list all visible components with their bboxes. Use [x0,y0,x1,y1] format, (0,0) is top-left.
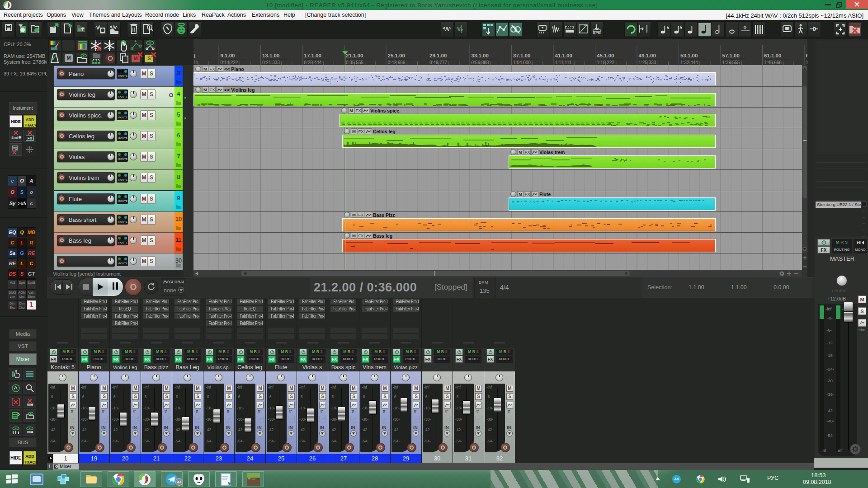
svg-text:): ) [193,53,195,58]
svg-text:25.1.00: 25.1.00 [388,53,405,58]
svg-text:57.1.00: 57.1.00 [722,53,740,58]
svg-text:61.1.00: 61.1.00 [764,53,781,58]
svg-text:45.1.00: 45.1.00 [597,53,614,58]
svg-text:33.1.00: 33.1.00 [472,53,489,58]
svg-text:13.1.00: 13.1.00 [262,53,279,58]
svg-text:11,: 11, [193,60,199,65]
svg-text:17.1.00: 17.1.00 [304,53,321,58]
svg-text:37.1.00: 37.1.00 [513,53,530,58]
svg-text:41.1.00: 41.1.00 [555,53,572,58]
svg-text:49.1.00: 49.1.00 [639,53,656,58]
svg-text:-3-: -3- [742,25,747,30]
svg-text:53.1.00: 53.1.00 [680,53,698,58]
svg-text:1:11.111: 1:11.111 [555,60,572,65]
svg-text:29.1.00: 29.1.00 [429,53,447,58]
svg-text:9.1.00: 9.1.00 [221,53,235,58]
